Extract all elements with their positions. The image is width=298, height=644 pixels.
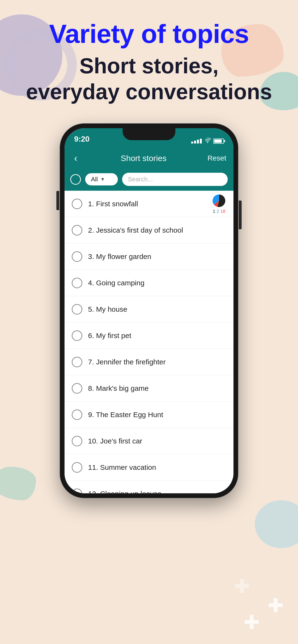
select-all-checkbox[interactable] bbox=[70, 174, 81, 185]
deco-plus-1: ✚ bbox=[267, 596, 284, 615]
deco-plus-3: ✚ bbox=[234, 577, 250, 596]
dropdown-label: All bbox=[91, 176, 98, 183]
nav-header: ‹ Short stories Reset bbox=[65, 147, 233, 169]
battery-icon bbox=[213, 138, 224, 144]
phone-screen: 9:20 bbox=[65, 128, 233, 493]
status-time: 9:20 bbox=[74, 135, 89, 144]
story-radio-10[interactable] bbox=[72, 436, 82, 446]
story-radio-5[interactable] bbox=[72, 304, 82, 314]
pie-label-black: 1 bbox=[213, 209, 215, 214]
deco-plus-2: ✚ bbox=[244, 613, 260, 632]
list-item[interactable]: 4. Going camping bbox=[65, 270, 233, 296]
list-item[interactable]: 10. Joe's first car bbox=[65, 428, 233, 454]
list-item[interactable]: 11. Summer vacation bbox=[65, 454, 233, 480]
story-radio-11[interactable] bbox=[72, 462, 82, 473]
story-label-6: 6. My first pet bbox=[88, 332, 226, 340]
list-item[interactable]: 8. Mark's big game bbox=[65, 375, 233, 402]
reset-button[interactable]: Reset bbox=[208, 154, 226, 162]
pie-label-red: 18 bbox=[221, 209, 225, 214]
search-input[interactable]: Search... bbox=[122, 173, 228, 186]
story-radio-4[interactable] bbox=[72, 278, 82, 288]
search-placeholder: Search... bbox=[128, 176, 153, 183]
phone-mockup: 9:20 bbox=[58, 124, 240, 498]
story-radio-1[interactable] bbox=[72, 198, 82, 209]
deco-blue-blob bbox=[255, 500, 298, 548]
nav-title: Short stories bbox=[121, 154, 167, 163]
story-radio-6[interactable] bbox=[72, 330, 82, 341]
headline-subtitle: Short stories, everyday conversations bbox=[26, 53, 272, 105]
story-radio-3[interactable] bbox=[72, 251, 82, 262]
list-item[interactable]: 2. Jessica's first day of school bbox=[65, 217, 233, 244]
headline-variety: Variety of topics bbox=[49, 19, 249, 48]
signal-icon bbox=[191, 139, 202, 144]
story-label-11: 11. Summer vacation bbox=[88, 463, 226, 472]
story-label-2: 2. Jessica's first day of school bbox=[88, 226, 226, 234]
status-icons bbox=[191, 138, 224, 144]
story-label-7: 7. Jennifer the firefighter bbox=[88, 358, 226, 366]
pie-label-blue: 2 bbox=[217, 209, 219, 214]
list-item[interactable]: 3. My flower garden bbox=[65, 244, 233, 270]
list-item[interactable]: 12. Cleaning up leaves bbox=[65, 480, 233, 493]
list-item[interactable]: 7. Jennifer the firefighter bbox=[65, 349, 233, 375]
story-radio-2[interactable] bbox=[72, 225, 82, 236]
progress-chart: 1 2 18 bbox=[212, 194, 226, 214]
story-label-12: 12. Cleaning up leaves bbox=[88, 490, 226, 494]
story-radio-12[interactable] bbox=[72, 488, 82, 494]
list-item[interactable]: 9. The Easter Egg Hunt bbox=[65, 402, 233, 428]
story-label-1: 1. First snowfall bbox=[88, 200, 206, 208]
category-dropdown[interactable]: All ▼ bbox=[85, 173, 118, 186]
phone-notch bbox=[123, 128, 175, 140]
story-radio-8[interactable] bbox=[72, 383, 82, 394]
story-label-3: 3. My flower garden bbox=[88, 252, 226, 261]
story-list: 1. First snowfall bbox=[65, 191, 233, 493]
pie-chart-svg bbox=[212, 194, 226, 208]
story-radio-7[interactable] bbox=[72, 357, 82, 367]
page-content: Variety of topics Short stories, everyda… bbox=[0, 0, 298, 498]
story-radio-9[interactable] bbox=[72, 410, 82, 420]
story-label-5: 5. My house bbox=[88, 305, 226, 314]
story-label-9: 9. The Easter Egg Hunt bbox=[88, 411, 226, 419]
back-button[interactable]: ‹ bbox=[72, 150, 80, 166]
story-label-10: 10. Joe's first car bbox=[88, 437, 226, 445]
list-item[interactable]: 5. My house bbox=[65, 296, 233, 322]
phone-frame: 9:20 bbox=[60, 124, 238, 498]
filter-bar: All ▼ Search... bbox=[65, 169, 233, 191]
chevron-down-icon: ▼ bbox=[100, 176, 105, 182]
list-item[interactable]: 1. First snowfall bbox=[65, 191, 233, 217]
story-label-4: 4. Going camping bbox=[88, 279, 226, 287]
list-item[interactable]: 6. My first pet bbox=[65, 322, 233, 349]
pie-labels: 1 2 18 bbox=[213, 209, 225, 214]
story-label-8: 8. Mark's big game bbox=[88, 384, 226, 392]
wifi-icon bbox=[204, 138, 211, 144]
